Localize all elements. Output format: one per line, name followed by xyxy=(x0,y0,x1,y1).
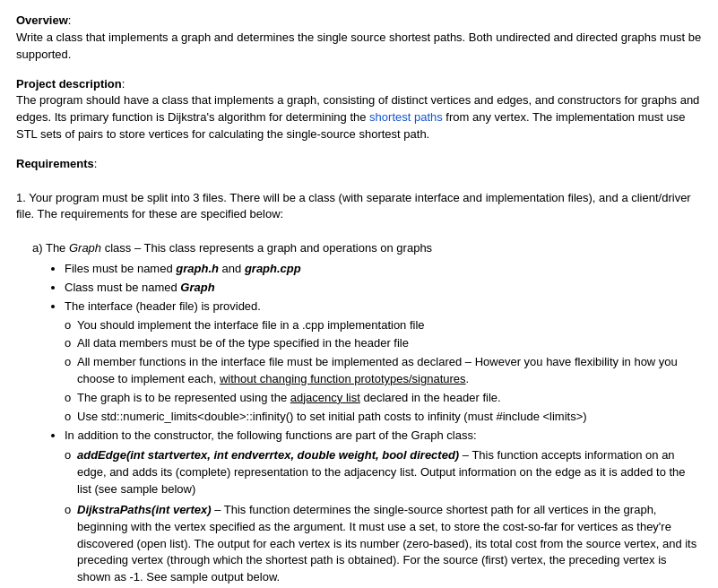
project-section: Project description: The program should … xyxy=(16,76,702,143)
bullet-classname: Class must be named Graph xyxy=(65,280,702,297)
sub-member-functions: All member functions in the interface fi… xyxy=(65,354,702,388)
req-item1: 1. Your program must be split into 3 fil… xyxy=(16,190,702,224)
sub-implement: You should implement the interface file … xyxy=(65,317,702,334)
overview-section: Overview: Write a class that implements … xyxy=(16,13,702,64)
sub-numeric-limits: Use std::numeric_limits<double>::infinit… xyxy=(65,409,702,426)
requirements-section: Requirements: 1. Your program must be sp… xyxy=(16,156,702,586)
sub-addedge: addEdge(int startvertex, int endverrtex,… xyxy=(65,447,702,498)
overview-title: Overview xyxy=(16,13,68,27)
requirements-title: Requirements xyxy=(16,157,94,170)
main-bullet-list: Files must be named graph.h and graph.cp… xyxy=(65,261,702,586)
project-title: Project description xyxy=(16,77,122,91)
alpha-a: a) The Graph class – This class represen… xyxy=(32,240,702,257)
overview-body: Write a class that implements a graph an… xyxy=(16,30,702,64)
interface-sublist: You should implement the interface file … xyxy=(65,317,702,426)
bullet-filenames: Files must be named graph.h and graph.cp… xyxy=(65,261,702,278)
sub-data-members: All data members must be of the type spe… xyxy=(65,335,702,352)
sub-adjacency-list: The graph is to be represented using the… xyxy=(65,390,702,407)
project-body: The program should have a class that imp… xyxy=(16,92,702,143)
graph-funcs-sublist: addEdge(int startvertex, int endverrtex,… xyxy=(65,447,702,586)
bullet-interface: The interface (header file) is provided.… xyxy=(65,298,702,426)
bullet-graph-funcs: In addition to the constructor, the foll… xyxy=(65,428,702,587)
sub-dijkstra: DijkstraPaths(int vertex) – This functio… xyxy=(65,502,702,586)
